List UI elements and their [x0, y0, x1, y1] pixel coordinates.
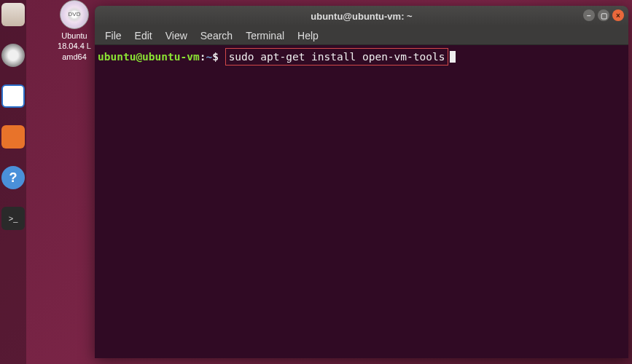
terminal-window: ubuntu@ubuntu-vm: ~ − ▢ × File Edit View… [95, 6, 628, 358]
menu-file[interactable]: File [99, 28, 128, 43]
close-button[interactable]: × [612, 9, 624, 21]
disc-icon[interactable] [1, 44, 25, 67]
dvd-label-line2: 18.04.4 L [54, 41, 95, 51]
menu-search[interactable]: Search [195, 28, 238, 43]
writer-icon[interactable] [1, 84, 25, 108]
prompt-symbol: $ [212, 51, 219, 63]
menu-edit[interactable]: Edit [129, 28, 158, 43]
help-icon[interactable]: ? [1, 166, 25, 189]
menu-view[interactable]: View [160, 28, 193, 43]
window-title: ubuntu@ubuntu-vm: ~ [311, 11, 412, 22]
minimize-button[interactable]: − [583, 9, 595, 21]
prompt-path: ~ [206, 51, 212, 63]
terminal-cursor [450, 51, 456, 63]
dvd-label-line1: Ubuntu [54, 31, 95, 41]
terminal-body[interactable]: ubuntu@ubuntu-vm:~$ sudo apt-get install… [95, 45, 628, 358]
command-text: sudo apt-get install open-vm-tools [225, 48, 449, 66]
launcher-dock: ? >_ [0, 0, 26, 364]
menubar: File Edit View Search Terminal Help [95, 26, 628, 45]
terminal-icon[interactable]: >_ [1, 207, 25, 230]
files-icon[interactable] [1, 3, 25, 26]
dvd-disc-icon: DVD [60, 0, 89, 29]
menu-help[interactable]: Help [292, 28, 324, 43]
menu-terminal[interactable]: Terminal [240, 28, 290, 43]
software-icon[interactable] [1, 125, 25, 149]
dvd-label-line3: amd64 [54, 52, 95, 62]
window-controls: − ▢ × [583, 9, 624, 21]
maximize-button[interactable]: ▢ [598, 9, 609, 21]
desktop-dvd-icon[interactable]: DVD Ubuntu 18.04.4 L amd64 [54, 0, 95, 62]
window-titlebar[interactable]: ubuntu@ubuntu-vm: ~ − ▢ × [95, 6, 628, 26]
prompt-user: ubuntu@ubuntu-vm [98, 51, 200, 63]
